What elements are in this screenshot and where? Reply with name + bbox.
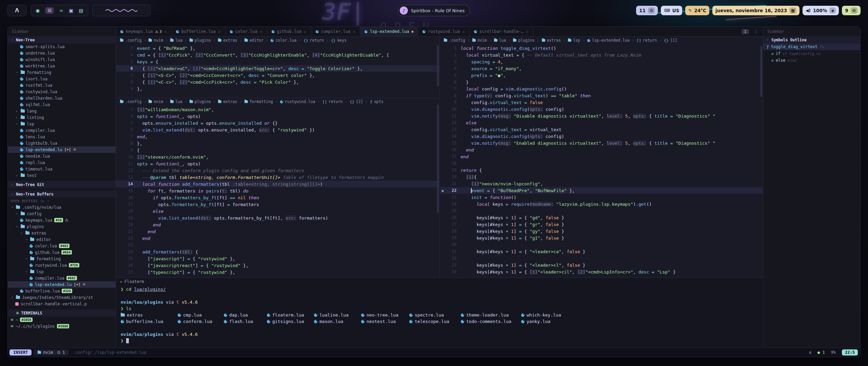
- close-icon[interactable]: ×: [304, 29, 307, 34]
- code-lsp[interactable]: 1local function toggle_diag_virtext()2 l…: [440, 44, 763, 278]
- tree-item[interactable]: sqlfmt.lua: [8, 101, 116, 108]
- breadcrumb-item[interactable]: extras: [218, 38, 237, 43]
- code-line[interactable]: 6 vim.list_extend(dst: opts.ensure_insta…: [116, 126, 439, 133]
- code-line[interactable]: 27 keys[#keys + 1] = { "gr", false }: [440, 221, 763, 228]
- code-line[interactable]: 9{: [116, 147, 439, 154]
- tree-item[interactable]: isort.lua: [8, 76, 116, 82]
- scrollbar-thumb[interactable]: [437, 104, 439, 213]
- workspace-icon[interactable]: ▣: [69, 8, 73, 13]
- tab-lsp-extended-lua[interactable]: lsp-extended.lua●: [360, 27, 418, 36]
- tab-color-lua[interactable]: color.lua×: [225, 27, 267, 36]
- file-listing-item[interactable]: cmp.lua: [178, 312, 224, 318]
- code-line[interactable]: 7 local config = vim.diagnostic.config(): [440, 85, 763, 92]
- tree-item[interactable]: shellharden.lua: [8, 95, 116, 101]
- breadcrumb-item[interactable]: formatting: [244, 99, 273, 104]
- code-line[interactable]: 8 { [1]"<C-c>", [2]"<cmd>CccPick<cr>", d…: [116, 79, 439, 85]
- workspace-icon[interactable]: ◉: [36, 8, 40, 13]
- code-color[interactable]: 3event = { "BufRead" },4cmd = { [1]"CccP…: [116, 44, 439, 94]
- close-icon[interactable]: ×: [164, 29, 167, 34]
- tree-item[interactable]: ▾extras: [8, 230, 116, 236]
- code-line[interactable]: 16 end: [440, 146, 763, 153]
- code-line[interactable]: 31 keys[#keys + 1] = { "<leader>ca", fal…: [440, 248, 763, 255]
- outline-item[interactable]: ƒtoggle_diag_virtextfu: [763, 43, 860, 50]
- floaterm-header[interactable]: ▾ Floaterm: [116, 278, 763, 285]
- code-line[interactable]: 5 prefix = "●",: [440, 72, 763, 79]
- code-line[interactable]: 8 if type(v: config.virtual_text) == "ta…: [440, 92, 763, 99]
- code-line[interactable]: 4cmd = { [1]"CccPick", [2]"CccConvert", …: [116, 52, 439, 58]
- code-line[interactable]: 1local function toggle_diag_virtext(): [440, 45, 763, 52]
- tree-item[interactable]: ≡~/.c/n/l/plugins#3980: [8, 323, 116, 329]
- code-line[interactable]: 19return {: [440, 167, 763, 174]
- code-line[interactable]: 5keys = {: [116, 58, 439, 65]
- workspace-icon[interactable]: ▤: [79, 8, 83, 13]
- breadcrumb-item[interactable]: plugins: [190, 38, 211, 43]
- tree-item[interactable]: lens.lua: [8, 134, 116, 140]
- breadcrumb-item[interactable]: plugins: [513, 38, 534, 43]
- module-updates[interactable]: 11⚙: [636, 6, 658, 15]
- code-line[interactable]: 6 { [1]"<leader>uC", [2]"<cmd>CccHighlig…: [116, 65, 439, 72]
- tree-item[interactable]: OPEN BUFFERS in ~: [8, 198, 116, 204]
- tab-compiler-lua[interactable]: compiler.lua×: [311, 27, 360, 36]
- launcher-button[interactable]: Λ: [7, 5, 26, 16]
- code-line[interactable]: ◉22 event = { "BufReadPre", "BufNewFile"…: [440, 187, 763, 194]
- breadcrumb-item[interactable]: []return: [637, 38, 657, 43]
- tree-item[interactable]: smart-splits.lua: [8, 43, 116, 50]
- breadcrumb-item[interactable]: lua: [170, 99, 182, 104]
- file-listing-item[interactable]: mason.lua: [314, 319, 361, 324]
- code-line[interactable]: 29 keys[#keys + 1] = { "gI", false }: [440, 235, 763, 241]
- breadcrumb-item[interactable]: nvim: [149, 99, 163, 104]
- code-line[interactable]: 3event = { "BufRead" },: [116, 45, 439, 52]
- tree-item[interactable]: ▾formatting: [8, 256, 116, 262]
- code-rustywind[interactable]: 3[1]"williamboman/mason.nvim",4opts = fu…: [116, 105, 439, 278]
- close-icon[interactable]: ×: [260, 29, 262, 34]
- breadcrumb-item[interactable]: nvim: [149, 38, 163, 43]
- tree-section-header[interactable]: ▸Neo-Tree Git: [8, 181, 116, 188]
- tab-scrollbar-handle-[interactable]: scrollbar-handle-…×: [470, 27, 533, 36]
- code-line[interactable]: 13 ---@param tbl table<string, conform.F…: [116, 174, 439, 181]
- code-line[interactable]: 28 keys[#keys + 1] = { "gy", false }: [440, 228, 763, 235]
- tree-item[interactable]: compiler.lua#682: [8, 275, 116, 281]
- code-line[interactable]: 13 config.virtual_text = virtual_text: [440, 126, 763, 133]
- code-line[interactable]: 9},: [116, 85, 439, 92]
- outline-item[interactable]: ◇elseelse: [763, 57, 860, 64]
- tree-item[interactable]: ▾formatting: [8, 69, 116, 76]
- close-icon[interactable]: ×: [526, 29, 529, 34]
- tree-item[interactable]: ▾plugins: [8, 223, 116, 230]
- tree-item[interactable]: ▸test: [8, 172, 116, 179]
- code-line[interactable]: 15 vim.notify(msg: "Enabled diagnostics …: [440, 140, 763, 146]
- code-line[interactable]: 11 vim.notify(msg: "Disable diagnostics …: [440, 113, 763, 119]
- breadcrumb-item[interactable]: .config: [120, 99, 141, 104]
- code-line[interactable]: 26 keys[#keys + 1] = { "gd", false }: [440, 214, 763, 221]
- file-listing-item[interactable]: flash.lua: [224, 319, 267, 324]
- code-line[interactable]: 18 else: [116, 208, 439, 215]
- code-line[interactable]: 8},: [116, 140, 439, 147]
- file-listing-item[interactable]: theme-loader.lua: [461, 312, 521, 318]
- module-weather[interactable]: ✎24°C: [685, 6, 709, 15]
- code-line[interactable]: 20 end: [116, 221, 439, 228]
- tree-item[interactable]: ▾lsp: [8, 268, 116, 275]
- workspace-icon[interactable]: ∞: [59, 8, 63, 13]
- tab-bufferline-lua[interactable]: bufferline.lua×: [172, 27, 225, 36]
- close-icon[interactable]: ×: [218, 29, 221, 34]
- tree-item[interactable]: github.lua#654: [8, 249, 116, 256]
- code-line[interactable]: 32: [440, 255, 763, 262]
- code-line[interactable]: 21 end: [116, 228, 439, 235]
- tab-github-lua[interactable]: github.lua×: [267, 27, 311, 36]
- breadcrumb-item[interactable]: nvim: [472, 38, 487, 43]
- breadcrumb-item[interactable]: lua: [170, 38, 182, 43]
- tree-item[interactable]: ▾editor: [8, 236, 116, 243]
- code-line[interactable]: 16 if opts.formatters_by_ft[ft] == nil t…: [116, 194, 439, 201]
- close-icon[interactable]: ×: [462, 29, 465, 34]
- breadcrumb-item[interactable]: {}return: [303, 38, 324, 43]
- code-line[interactable]: 3 spacing = 4,: [440, 58, 763, 65]
- statusbar-crumb[interactable]: ⊙1: [57, 350, 65, 355]
- file-listing-item[interactable]: spectre.lua: [409, 312, 461, 318]
- code-line[interactable]: 5 opts.ensure_installed = opts.ensure_in…: [116, 120, 439, 126]
- tree-item[interactable]: lsp-extended.lu[+]☼: [8, 281, 116, 288]
- tree-item[interactable]: undotree.lua: [8, 50, 116, 56]
- tree-section-header[interactable]: ≡TERMINALS: [8, 309, 116, 317]
- file-listing-item[interactable]: which-key.lua: [521, 312, 758, 318]
- code-line[interactable]: 22 end: [116, 235, 439, 242]
- breadcrumb-item[interactable]: {}[2]: [350, 99, 363, 104]
- breadcrumb-item[interactable]: {}keys: [331, 38, 347, 43]
